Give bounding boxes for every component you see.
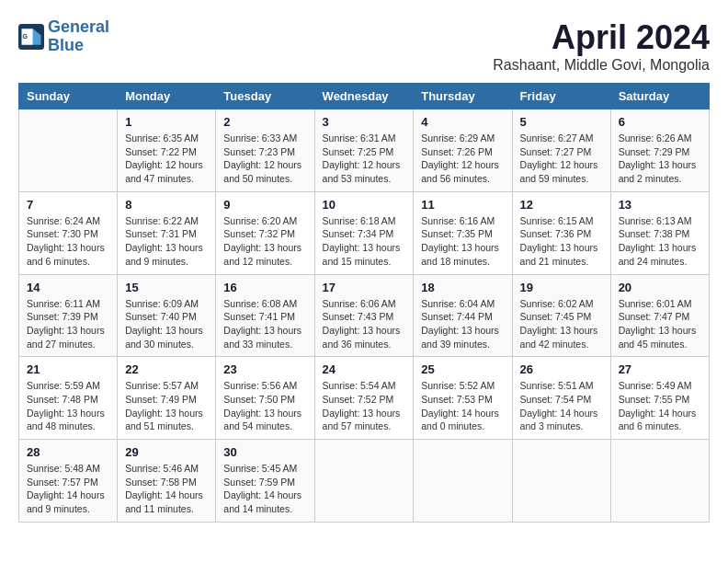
day-info: Sunrise: 6:31 AM Sunset: 7:25 PM Dayligh… [323, 132, 406, 186]
day-info: Sunrise: 6:33 AM Sunset: 7:23 PM Dayligh… [223, 132, 306, 186]
calendar-week-row: 1Sunrise: 6:35 AM Sunset: 7:22 PM Daylig… [19, 109, 710, 192]
calendar-cell: 20Sunrise: 6:01 AM Sunset: 7:47 PM Dayli… [610, 274, 709, 357]
day-info: Sunrise: 6:08 AM Sunset: 7:41 PM Dayligh… [223, 297, 306, 351]
day-info: Sunrise: 6:27 AM Sunset: 7:27 PM Dayligh… [520, 132, 603, 186]
day-info: Sunrise: 5:49 AM Sunset: 7:55 PM Dayligh… [619, 379, 701, 433]
day-number: 18 [421, 281, 504, 294]
calendar-cell: 6Sunrise: 6:26 AM Sunset: 7:29 PM Daylig… [610, 109, 709, 192]
calendar-cell: 11Sunrise: 6:16 AM Sunset: 7:35 PM Dayli… [414, 191, 512, 274]
day-info: Sunrise: 6:16 AM Sunset: 7:35 PM Dayligh… [421, 214, 504, 269]
day-info: Sunrise: 5:48 AM Sunset: 7:57 PM Dayligh… [27, 462, 109, 516]
calendar-cell: 17Sunrise: 6:06 AM Sunset: 7:43 PM Dayli… [314, 274, 414, 357]
day-number: 16 [223, 281, 306, 294]
calendar-cell: 23Sunrise: 5:56 AM Sunset: 7:50 PM Dayli… [216, 357, 314, 440]
calendar-week-row: 28Sunrise: 5:48 AM Sunset: 7:57 PM Dayli… [19, 440, 710, 523]
day-number: 30 [223, 445, 306, 459]
logo-text-line2: Blue [48, 37, 109, 55]
month-title: April 2024 [493, 18, 710, 57]
day-info: Sunrise: 6:29 AM Sunset: 7:26 PM Dayligh… [421, 132, 504, 186]
calendar-table: SundayMondayTuesdayWednesdayThursdayFrid… [18, 83, 710, 523]
day-info: Sunrise: 5:45 AM Sunset: 7:59 PM Dayligh… [223, 462, 306, 516]
day-info: Sunrise: 5:51 AM Sunset: 7:54 PM Dayligh… [520, 379, 603, 433]
day-info: Sunrise: 6:06 AM Sunset: 7:43 PM Dayligh… [323, 297, 406, 351]
svg-text:G: G [22, 33, 28, 40]
calendar-cell: 5Sunrise: 6:27 AM Sunset: 7:27 PM Daylig… [512, 109, 610, 192]
day-info: Sunrise: 6:09 AM Sunset: 7:40 PM Dayligh… [125, 297, 208, 351]
calendar-cell: 14Sunrise: 6:11 AM Sunset: 7:39 PM Dayli… [19, 274, 118, 357]
calendar-cell: 24Sunrise: 5:54 AM Sunset: 7:52 PM Dayli… [314, 357, 414, 440]
day-number: 15 [125, 281, 208, 294]
calendar-cell: 3Sunrise: 6:31 AM Sunset: 7:25 PM Daylig… [314, 109, 414, 192]
header-day: Monday [118, 84, 216, 109]
day-info: Sunrise: 6:01 AM Sunset: 7:47 PM Dayligh… [619, 297, 701, 351]
calendar-cell: 15Sunrise: 6:09 AM Sunset: 7:40 PM Dayli… [118, 274, 216, 357]
calendar-cell [512, 440, 610, 523]
day-info: Sunrise: 6:22 AM Sunset: 7:31 PM Dayligh… [125, 214, 208, 269]
day-number: 17 [323, 281, 406, 294]
calendar-week-row: 21Sunrise: 5:59 AM Sunset: 7:48 PM Dayli… [19, 357, 710, 440]
logo-text-line1: General [48, 18, 109, 37]
calendar-cell: 7Sunrise: 6:24 AM Sunset: 7:30 PM Daylig… [19, 191, 118, 274]
calendar-cell [19, 109, 118, 192]
day-number: 4 [421, 115, 504, 129]
calendar-cell: 18Sunrise: 6:04 AM Sunset: 7:44 PM Dayli… [414, 274, 512, 357]
calendar-cell: 28Sunrise: 5:48 AM Sunset: 7:57 PM Dayli… [19, 440, 118, 523]
day-info: Sunrise: 6:04 AM Sunset: 7:44 PM Dayligh… [421, 297, 504, 351]
day-number: 28 [27, 445, 109, 459]
calendar-cell [610, 440, 709, 523]
page-header: G General Blue April 2024 Rashaant, Midd… [18, 18, 710, 74]
calendar-cell: 19Sunrise: 6:02 AM Sunset: 7:45 PM Dayli… [512, 274, 610, 357]
day-number: 29 [125, 445, 208, 459]
day-info: Sunrise: 6:11 AM Sunset: 7:39 PM Dayligh… [27, 297, 109, 351]
calendar-cell: 2Sunrise: 6:33 AM Sunset: 7:23 PM Daylig… [216, 109, 314, 192]
day-number: 13 [619, 198, 701, 212]
day-info: Sunrise: 5:56 AM Sunset: 7:50 PM Dayligh… [223, 379, 306, 433]
day-number: 24 [323, 362, 406, 376]
calendar-cell: 21Sunrise: 5:59 AM Sunset: 7:48 PM Dayli… [19, 357, 118, 440]
calendar-week-row: 14Sunrise: 6:11 AM Sunset: 7:39 PM Dayli… [19, 274, 710, 357]
header-day: Thursday [414, 84, 512, 109]
day-number: 9 [223, 198, 306, 212]
day-number: 2 [223, 115, 306, 129]
header-day: Sunday [19, 84, 118, 109]
calendar-cell: 22Sunrise: 5:57 AM Sunset: 7:49 PM Dayli… [118, 357, 216, 440]
day-number: 22 [125, 362, 208, 376]
day-number: 23 [223, 362, 306, 376]
day-number: 1 [125, 115, 208, 129]
day-info: Sunrise: 5:57 AM Sunset: 7:49 PM Dayligh… [125, 379, 208, 433]
calendar-cell: 4Sunrise: 6:29 AM Sunset: 7:26 PM Daylig… [414, 109, 512, 192]
calendar-week-row: 7Sunrise: 6:24 AM Sunset: 7:30 PM Daylig… [19, 191, 710, 274]
day-info: Sunrise: 5:54 AM Sunset: 7:52 PM Dayligh… [323, 379, 406, 433]
day-number: 25 [421, 362, 504, 376]
subtitle: Rashaant, Middle Govi, Mongolia [493, 57, 710, 74]
day-info: Sunrise: 5:52 AM Sunset: 7:53 PM Dayligh… [421, 379, 504, 433]
day-info: Sunrise: 6:13 AM Sunset: 7:38 PM Dayligh… [619, 214, 701, 269]
calendar-cell: 1Sunrise: 6:35 AM Sunset: 7:22 PM Daylig… [118, 109, 216, 192]
day-info: Sunrise: 6:24 AM Sunset: 7:30 PM Dayligh… [27, 214, 109, 269]
day-number: 8 [125, 198, 208, 212]
calendar-cell [414, 440, 512, 523]
day-info: Sunrise: 6:35 AM Sunset: 7:22 PM Dayligh… [125, 132, 208, 186]
day-number: 26 [520, 362, 603, 376]
day-number: 5 [520, 115, 603, 129]
calendar-cell [314, 440, 414, 523]
calendar-cell: 29Sunrise: 5:46 AM Sunset: 7:58 PM Dayli… [118, 440, 216, 523]
calendar-cell: 16Sunrise: 6:08 AM Sunset: 7:41 PM Dayli… [216, 274, 314, 357]
calendar-cell: 27Sunrise: 5:49 AM Sunset: 7:55 PM Dayli… [610, 357, 709, 440]
calendar-cell: 10Sunrise: 6:18 AM Sunset: 7:34 PM Dayli… [314, 191, 414, 274]
logo-icon: G [18, 24, 44, 50]
day-number: 12 [520, 198, 603, 212]
calendar-cell: 13Sunrise: 6:13 AM Sunset: 7:38 PM Dayli… [610, 191, 709, 274]
day-number: 21 [27, 362, 109, 376]
calendar-cell: 9Sunrise: 6:20 AM Sunset: 7:32 PM Daylig… [216, 191, 314, 274]
day-number: 20 [619, 281, 701, 294]
header-day: Friday [512, 84, 610, 109]
calendar-cell: 26Sunrise: 5:51 AM Sunset: 7:54 PM Dayli… [512, 357, 610, 440]
calendar-cell: 8Sunrise: 6:22 AM Sunset: 7:31 PM Daylig… [118, 191, 216, 274]
day-number: 11 [421, 198, 504, 212]
day-info: Sunrise: 5:46 AM Sunset: 7:58 PM Dayligh… [125, 462, 208, 516]
day-info: Sunrise: 5:59 AM Sunset: 7:48 PM Dayligh… [27, 379, 109, 433]
day-number: 19 [520, 281, 603, 294]
day-number: 14 [27, 281, 109, 294]
day-number: 6 [619, 115, 701, 129]
